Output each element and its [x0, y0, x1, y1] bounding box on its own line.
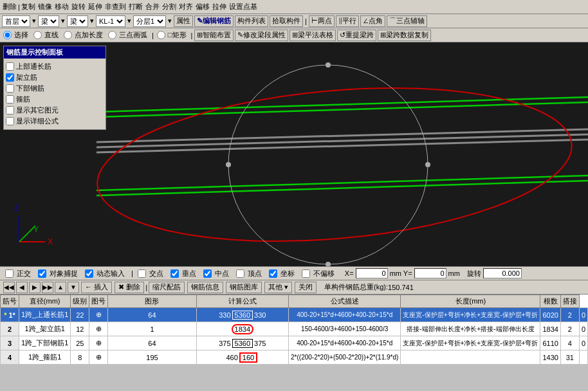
total-weight-label: 单构件钢筋总重(kg): — [324, 282, 388, 292]
beam-table-button[interactable]: ⊞梁平法表格 — [289, 30, 336, 41]
toolbar-move[interactable]: 移动 — [55, 2, 69, 12]
other-button[interactable]: 其他 ▾ — [264, 282, 292, 293]
table-row[interactable]: 3 1跨_下部钢筋1 25 ⊕ 64 3755360375 400-20+15*… — [1, 336, 588, 350]
no-offset-snap[interactable]: 不偏移 — [302, 269, 336, 278]
nav-down-button[interactable]: ▼ — [68, 282, 79, 293]
toolbar-rotate[interactable]: 旋转 — [71, 2, 86, 12]
select-option[interactable]: 选择 — [3, 30, 30, 40]
panel-checkbox-3[interactable] — [6, 95, 14, 104]
component-list-button[interactable]: 构件列表 — [235, 15, 268, 27]
sep4: ▾ — [127, 17, 131, 25]
second-toolbar: 首层 ▾ 梁 ▾ 梁 ▾ KL-1 ▾ 分层1 ▾ 属性 ✎编辑钢筋 构件列表 … — [0, 14, 588, 28]
table-row[interactable]: 2 1跨_架立筋1 12 ⊕ 1 1834 150-4600/3+4600+15… — [1, 322, 588, 336]
dynamic-input-mode[interactable]: 动态输入 — [85, 269, 127, 278]
nav-last-button[interactable]: ▶▶ — [42, 282, 53, 293]
rect-option[interactable]: □矩形 — [157, 30, 188, 40]
row-1-formula-desc: 支座宽-保护层+弯折+净长+支座宽-保护层+弯折 — [401, 308, 540, 322]
canvas-area[interactable]: Z X Y 钢筋显示控制面板 上部通长筋 架立筋 下部钢筋 箍筋 — [0, 42, 588, 266]
snap-mode[interactable]: 对象捕捉 — [38, 269, 80, 278]
panel-item-1[interactable]: 架立筋 — [6, 73, 104, 82]
pick-component-button[interactable]: 拾取构件 — [270, 15, 303, 27]
toolbar-stretch[interactable]: 拉伸 — [212, 2, 226, 12]
row-4-diameter: 8 — [71, 350, 89, 365]
toolbar-mirror[interactable]: 镜像 — [38, 2, 52, 12]
row-4-grade: ⊕ — [89, 350, 108, 365]
edit-rebar-button[interactable]: ✎编辑钢筋 — [194, 15, 234, 27]
svg-point-10 — [326, 62, 331, 68]
nav-prev-button[interactable]: ◀ — [16, 282, 28, 293]
row-4-formula: 2*((200-2*20)+(500-2*20))+2*(11.9*d) — [289, 350, 401, 365]
row-2-overlap: 0 — [579, 322, 587, 336]
ortho-mode[interactable]: 正交 — [5, 269, 33, 278]
panel-checkbox-0[interactable] — [6, 62, 14, 71]
component-type-select[interactable]: 梁 — [38, 15, 59, 27]
toolbar-setpoint[interactable]: 设置点基 — [229, 2, 257, 12]
panel-item-3[interactable]: 箍筋 — [6, 95, 104, 104]
component-id-select[interactable]: KL-1 — [96, 15, 125, 27]
toolbar-break[interactable]: 打断 — [129, 2, 143, 12]
toolbar-merge[interactable]: 合并 — [145, 2, 160, 12]
three-point-axis-button[interactable]: ⌒三点辅轴 — [387, 15, 427, 27]
intersection-snap[interactable]: 交点 — [138, 269, 165, 278]
point-length-option[interactable]: 点加长度 — [64, 30, 104, 40]
panel-item-0[interactable]: 上部通长筋 — [6, 62, 104, 71]
rotate-input[interactable] — [483, 268, 522, 278]
toolbar-extend[interactable]: 延伸 — [88, 2, 102, 12]
re-pick-span-button[interactable]: ↺重提梁跨 — [337, 30, 376, 41]
header-fig-num: 图号 — [89, 295, 108, 308]
perpendicular-snap[interactable]: 垂点 — [170, 269, 198, 278]
parallel-button[interactable]: ∥平行 — [336, 15, 359, 27]
x-coord-input[interactable] — [356, 268, 388, 278]
sep2: ▾ — [61, 17, 65, 25]
floor-select[interactable]: 首层 — [2, 15, 30, 27]
y-coord-input[interactable] — [414, 268, 446, 278]
toolbar-offset[interactable]: 偏移 — [196, 2, 210, 12]
property-button[interactable]: 属性 — [174, 15, 193, 27]
panel-item-4[interactable]: 显示其它图元 — [6, 105, 104, 115]
copy-span-button[interactable]: ⊞梁跨数据复制 — [378, 30, 431, 41]
row-1-bar-num: 1跨_上通长筋1 — [19, 308, 71, 322]
toolbar-align[interactable]: 对齐 — [179, 2, 193, 12]
control-panel-title: 钢筋显示控制面板 — [4, 46, 106, 59]
panel-checkbox-1[interactable] — [6, 73, 14, 82]
panel-label-3: 箍筋 — [16, 95, 30, 104]
toolbar-delete[interactable]: 删除 — [3, 2, 17, 12]
rebar-info-button[interactable]: 钢筋信息 — [187, 282, 223, 293]
point-angle-button[interactable]: ∠点角 — [360, 15, 385, 27]
panel-checkbox-4[interactable] — [6, 106, 14, 114]
nav-first-button[interactable]: ◀◀ — [3, 282, 15, 293]
nav-up-button[interactable]: ▲ — [55, 282, 66, 293]
panel-label-5: 显示详细公式 — [16, 116, 59, 126]
toolbar-copy[interactable]: 复制 — [21, 2, 35, 12]
delete-button[interactable]: ✖ 删除 — [115, 282, 144, 293]
row-3-fig-num: 64 — [108, 336, 196, 350]
row-1-fig-num: 64 — [108, 308, 196, 322]
modify-beam-button[interactable]: ✎修改梁段属性 — [235, 30, 288, 41]
toolbar-split[interactable]: 分割 — [162, 2, 176, 12]
insert-button[interactable]: ← 插入 — [81, 282, 112, 293]
panel-checkbox-5[interactable] — [6, 117, 14, 125]
panel-checkbox-2[interactable] — [6, 84, 14, 93]
toolbar-trim[interactable]: 非查到 — [105, 2, 126, 12]
layer-select[interactable]: 分层1 — [133, 15, 166, 27]
close-button[interactable]: 关闭 — [295, 282, 317, 293]
table-row[interactable]: 4 1跨_箍筋1 8 ⊕ 195 460160 2*((200-2*20)+(5… — [1, 350, 588, 365]
panel-item-5[interactable]: 显示详细公式 — [6, 116, 104, 126]
row-4-overlap — [579, 350, 587, 365]
svg-text:X: X — [48, 237, 53, 246]
scale-rebar-button[interactable]: 缩尺配筋 — [149, 282, 185, 293]
table-row[interactable]: * 1* 1跨_上通长筋1 22 ⊕ 64 3305360330 400-20+… — [1, 308, 588, 322]
vertex-snap[interactable]: 顶点 — [236, 269, 264, 278]
rebar-library-button[interactable]: 钢筋图库 — [226, 282, 262, 293]
arc-option[interactable]: 三点画弧 — [108, 30, 149, 40]
row-3-figure: 3755360375 — [196, 336, 288, 350]
smart-layout-button[interactable]: ⊞智能布置 — [194, 30, 234, 41]
row-3-bar-num: 1跨_下部钢筋1 — [19, 336, 71, 350]
component-name-select[interactable]: 梁 — [67, 15, 88, 27]
line-option[interactable]: 直线 — [33, 30, 60, 40]
coord-snap[interactable]: 坐标 — [269, 269, 297, 278]
panel-item-2[interactable]: 下部钢筋 — [6, 84, 104, 93]
two-point-button[interactable]: ⊢两点 — [309, 15, 335, 27]
nav-next-button[interactable]: ▶ — [29, 282, 41, 293]
midpoint-snap[interactable]: 中点 — [203, 269, 231, 278]
